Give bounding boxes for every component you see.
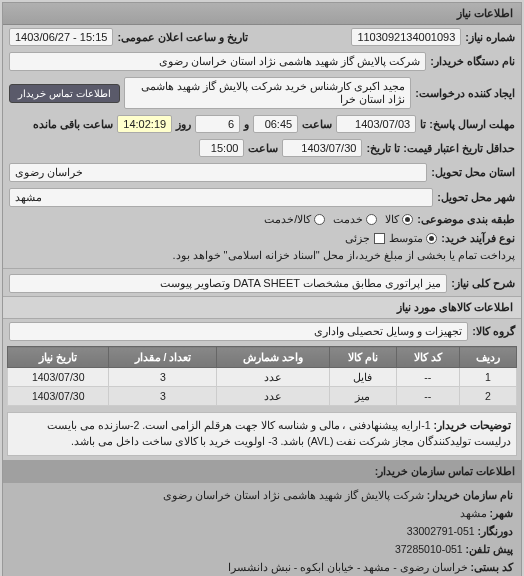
radio-service[interactable]: خدمت [333,213,377,226]
goods-table: ردیفکد کالانام کالاواحد شمارشتعداد / مقد… [7,346,517,406]
table-cell: فایل [330,368,396,387]
checkbox-partial[interactable] [374,233,385,244]
label-delivery-city: شهر محل تحویل: [437,191,515,204]
field-validity-date: 1403/07/30 [282,139,362,157]
table-cell: عدد [217,368,330,387]
label-remaining: ساعت باقی مانده [33,118,113,131]
label-announce-date: تاریخ و ساعت اعلان عمومی: [117,31,248,44]
contact-buyer-header: اطلاعات تماس سازمان خریدار: [3,460,521,484]
field-remaining-time: 14:02:19 [117,115,172,133]
field-summary: میز اپراتوری مطابق مشخصات DATA SHEET وتص… [9,274,447,293]
field-buyer-org: شرکت پالایش گاز شهید هاشمی نژاد استان خر… [9,52,426,71]
label-creator: ایجاد کننده درخواست: [415,87,515,100]
val-phone: 051-37285010 [395,543,463,555]
label-payment-type: نوع فرآیند خرید: [441,232,515,245]
lbl-postal-addr: کد بستی: [471,561,513,573]
payment-note: پرداخت تمام یا بخشی از مبلغ خرید،از محل … [172,249,515,262]
radio-icon [402,214,413,225]
field-request-no: 1103092134001093 [351,28,461,46]
label-day: روز [176,118,191,131]
contact-buyer-button[interactable]: اطلاعات تماس خریدار [9,84,120,103]
field-deadline-date: 1403/07/03 [336,115,416,133]
label-notes: توضیحات خریدار: [434,419,511,431]
field-delivery-city: مشهد [9,188,433,207]
val-fax: 051-33002791 [407,525,475,537]
table-cell: میز [330,387,396,406]
table-header: کد کالا [396,347,459,368]
field-announce-date: 15:15 - 1403/06/27 [9,28,113,46]
val-city: مشهد [460,507,487,519]
label-time-1: ساعت [302,118,332,131]
subject-type-radio-group: کالا خدمت کالا/خدمت [264,213,413,226]
val-postal-addr: خراسان رضوی - مشهد - خیابان ابکوه - نبش … [228,561,468,573]
label-delivery-state: استان محل تحویل: [431,166,515,179]
radio-service-label: خدمت [333,213,363,226]
radio-icon [426,233,437,244]
table-cell: عدد [217,387,330,406]
table-cell: 1 [459,368,516,387]
radio-goods[interactable]: کالا [385,213,413,226]
label-request-no: شماره نیاز: [465,31,515,44]
label-group: گروه کالا: [472,325,515,338]
table-row[interactable]: 2--میزعدد31403/07/30 [8,387,517,406]
field-validity-time: 15:00 [199,139,244,157]
lbl-fax: دورنگار: [478,525,514,537]
radio-medium[interactable]: متوسط [389,232,437,245]
table-cell: 2 [459,387,516,406]
table-cell: -- [396,368,459,387]
label-deadline: مهلت ارسال پاسخ: تا [420,118,515,131]
table-cell: 1403/07/30 [8,368,109,387]
label-buyer-org: نام دستگاه خریدار: [430,55,515,68]
lbl-phone: پیش تلفن: [466,543,513,555]
lbl-city: شهر: [490,507,514,519]
subheader-goods: اطلاعات کالاهای مورد نیاز [3,296,521,319]
radio-both-label: کالا/خدمت [264,213,311,226]
table-header: واحد شمارش [217,347,330,368]
table-header: نام کالا [330,347,396,368]
table-header: تعداد / مقدار [109,347,217,368]
radio-icon [366,214,377,225]
table-header: تاریخ نیاز [8,347,109,368]
radio-goods-label: کالا [385,213,399,226]
label-validity: حداقل تاریخ اعتبار قیمت: تا تاریخ: [366,142,515,155]
table-header: ردیف [459,347,516,368]
field-remaining-days: 6 [195,115,240,133]
radio-icon [314,214,325,225]
label-summary: شرح کلی نیاز: [451,277,515,290]
table-cell: 3 [109,368,217,387]
table-cell: 3 [109,387,217,406]
val-org-name: شرکت پالایش گاز شهید هاشمی نژاد استان خر… [163,489,423,501]
field-creator: مجید اکبری کارشناس خرید شرکت پالایش گاز … [124,77,412,109]
field-group: تجهیزات و وسایل تحصیلی واداری [9,322,468,341]
field-deadline-time: 06:45 [253,115,298,133]
label-subject-type: طبقه بندی موضوعی: [417,213,515,226]
section-header-info: اطلاعات نیاز [3,3,521,25]
table-row[interactable]: 1--فایلعدد31403/07/30 [8,368,517,387]
label-time-2: ساعت [248,142,278,155]
radio-medium-label: متوسط [389,232,423,245]
label-and: و [244,118,249,131]
lbl-org-name: نام سازمان خریدار: [427,489,513,501]
radio-both[interactable]: کالا/خدمت [264,213,325,226]
checkbox-partial-label: جزئی [345,232,370,245]
field-delivery-state: خراسان رضوی [9,163,427,182]
table-cell: 1403/07/30 [8,387,109,406]
table-cell: -- [396,387,459,406]
